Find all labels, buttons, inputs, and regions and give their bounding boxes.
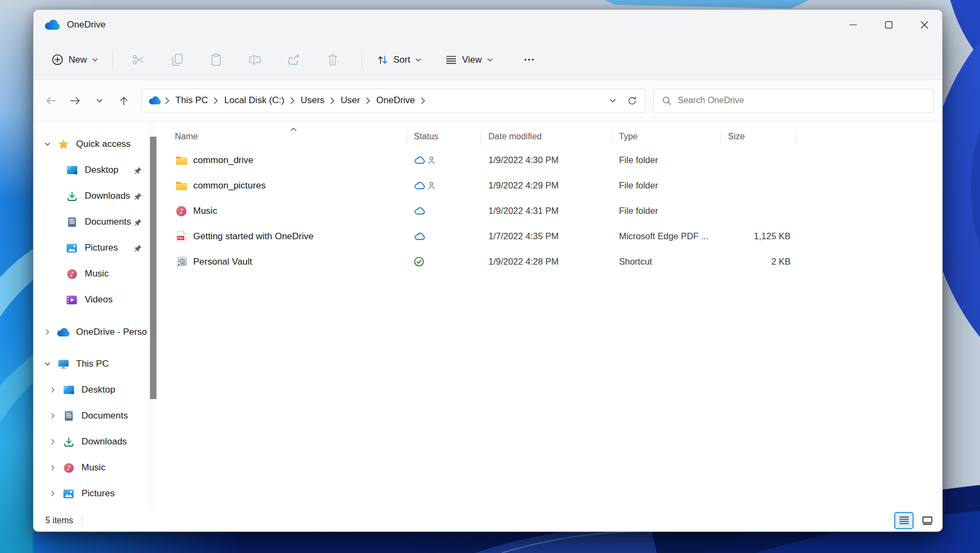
column-header-date-modified[interactable]: Date modified xyxy=(481,126,612,147)
sidebar-item-label: Music xyxy=(85,268,108,279)
breadcrumb-user[interactable]: User xyxy=(338,92,362,109)
item-count: 5 items xyxy=(45,516,73,525)
breadcrumb[interactable]: This PC Local Disk (C:) Users User OneDr… xyxy=(141,89,645,113)
chevron-right-icon[interactable] xyxy=(47,465,58,470)
breadcrumb-separator-icon xyxy=(214,97,218,104)
sidebar-item-this-pc-music[interactable]: Music xyxy=(33,455,149,481)
file-name: Getting started with OneDrive xyxy=(193,231,314,242)
refresh-icon xyxy=(628,96,637,105)
pin-icon xyxy=(134,244,142,252)
breadcrumb-users[interactable]: Users xyxy=(298,92,326,109)
file-row-personal-vault[interactable]: Personal Vault 1/9/2022 4:28 PM Shortcut… xyxy=(156,249,942,274)
view-button[interactable]: View xyxy=(438,49,500,71)
file-row-getting-started-pdf[interactable]: Getting started with OneDrive 1/7/2022 4… xyxy=(156,224,942,249)
people-shared-icon xyxy=(428,156,435,164)
copy-icon xyxy=(172,53,183,66)
sidebar-item-onedrive-personal[interactable]: OneDrive - Perso xyxy=(33,319,149,345)
close-icon xyxy=(921,21,928,29)
view-button-label: View xyxy=(462,55,482,65)
sidebar-item-documents[interactable]: Documents xyxy=(33,209,149,235)
sidebar-item-downloads[interactable]: Downloads xyxy=(33,183,149,209)
rename-button[interactable] xyxy=(237,47,272,73)
sidebar-item-videos[interactable]: Videos xyxy=(33,287,149,313)
documents-icon xyxy=(62,410,76,421)
breadcrumb-onedrive[interactable]: OneDrive xyxy=(374,92,417,109)
copy-button[interactable] xyxy=(160,47,194,73)
sidebar-scrollbar xyxy=(149,122,156,509)
file-size: 2 KB xyxy=(771,257,791,267)
folder-icon xyxy=(175,181,188,191)
sidebar-item-label: This PC xyxy=(76,359,108,369)
arrow-up-icon xyxy=(120,96,128,105)
sidebar-item-this-pc-pictures[interactable]: Pictures xyxy=(33,481,149,507)
scrollbar-thumb[interactable] xyxy=(150,137,156,399)
music-icon xyxy=(62,463,76,473)
chevron-down-icon xyxy=(487,58,493,62)
plus-circle-icon xyxy=(52,54,63,65)
breadcrumb-this-pc[interactable]: This PC xyxy=(173,92,210,109)
synced-check-icon xyxy=(414,257,424,267)
sidebar-item-this-pc[interactable]: This PC xyxy=(33,351,149,377)
column-header-status[interactable]: Status xyxy=(407,126,481,147)
onedrive-cloud-icon xyxy=(44,19,60,30)
close-button[interactable] xyxy=(907,10,942,40)
status-bar: 5 items xyxy=(33,509,942,531)
file-row-common-drive[interactable]: common_drive 1/9/2022 4:30 PM File folde… xyxy=(156,147,942,173)
documents-icon xyxy=(65,217,79,227)
pdf-file-icon xyxy=(175,231,188,242)
sidebar-item-this-pc-downloads[interactable]: Downloads xyxy=(33,429,149,455)
column-header-name[interactable]: Name xyxy=(156,126,407,147)
back-button[interactable] xyxy=(40,90,62,111)
sidebar-item-quick-access[interactable]: Quick access xyxy=(33,131,149,157)
chevron-right-icon[interactable] xyxy=(42,329,53,335)
downloads-icon xyxy=(62,437,76,447)
sort-button[interactable]: Sort xyxy=(370,49,428,71)
delete-button[interactable] xyxy=(315,47,350,73)
sidebar-item-this-pc-desktop[interactable]: Desktop xyxy=(33,377,149,403)
column-header-size[interactable]: Size xyxy=(721,126,796,147)
statusbar-separator xyxy=(82,515,83,527)
share-button[interactable] xyxy=(276,47,311,73)
address-dropdown-button[interactable] xyxy=(603,91,622,110)
cut-button[interactable] xyxy=(121,47,155,73)
sidebar-item-pictures[interactable]: Pictures xyxy=(33,235,149,261)
minimize-button[interactable] xyxy=(835,10,871,40)
chevron-right-icon[interactable] xyxy=(47,439,58,444)
chevron-down-icon[interactable] xyxy=(42,362,53,366)
chevron-down-icon xyxy=(92,58,98,62)
desktop-icon xyxy=(62,385,76,395)
chevron-right-icon[interactable] xyxy=(47,387,58,393)
sidebar-item-this-pc-documents[interactable]: Documents xyxy=(33,403,149,429)
maximize-button[interactable] xyxy=(871,10,907,40)
thumbnails-view-button[interactable] xyxy=(917,512,937,529)
forward-button[interactable] xyxy=(64,90,86,111)
chevron-down-icon[interactable] xyxy=(42,143,53,146)
file-row-common-pictures[interactable]: common_pictures 1/9/2022 4:29 PM File fo… xyxy=(156,173,942,198)
new-button[interactable]: New xyxy=(44,49,105,71)
maximize-icon xyxy=(885,21,893,29)
chevron-right-icon[interactable] xyxy=(47,491,58,496)
refresh-button[interactable] xyxy=(622,91,642,110)
paste-button[interactable] xyxy=(199,47,233,73)
breadcrumb-local-disk-c[interactable]: Local Disk (C:) xyxy=(222,92,286,109)
pin-icon xyxy=(134,192,142,200)
thumbnails-view-icon xyxy=(922,516,933,525)
recent-locations-button[interactable] xyxy=(89,90,110,111)
details-view-button[interactable] xyxy=(894,512,914,529)
cloud-status-icon xyxy=(414,156,425,164)
breadcrumb-separator-icon xyxy=(366,97,370,104)
sidebar-item-music[interactable]: Music xyxy=(33,261,149,287)
search-input[interactable] xyxy=(678,96,927,105)
arrow-left-icon xyxy=(46,97,56,105)
file-name: common_drive xyxy=(193,155,254,166)
sidebar-item-desktop[interactable]: Desktop xyxy=(33,157,149,183)
column-header-type[interactable]: Type xyxy=(612,126,721,147)
cloud-status-icon xyxy=(414,232,425,240)
breadcrumb-separator-icon xyxy=(330,97,335,104)
more-options-button[interactable] xyxy=(512,47,547,73)
breadcrumb-separator-icon xyxy=(290,97,295,104)
up-button[interactable] xyxy=(113,90,134,111)
file-row-music[interactable]: Music 1/9/2022 4:31 PM File folder xyxy=(156,198,942,224)
chevron-right-icon[interactable] xyxy=(47,413,58,419)
sort-arrows-icon xyxy=(377,55,388,65)
